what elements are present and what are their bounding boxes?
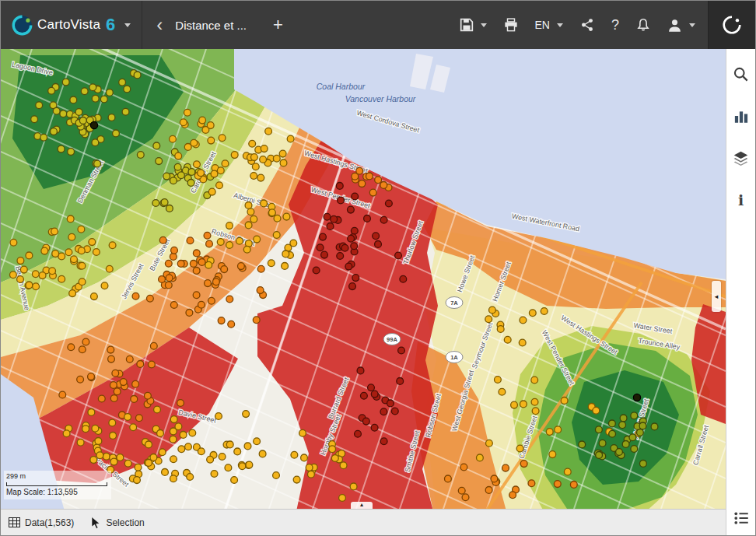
data-table-button[interactable]: Data(1,563) [9,517,74,528]
top-bar: CartoVista 6 ‹ Distance et ... + [1,1,755,49]
map-scale-box: 299 m Map Scale: 1:13,595 [4,471,111,499]
share-icon [580,18,594,32]
charts-button[interactable] [732,107,751,125]
info-icon: i [738,191,744,208]
chevron-down-icon [689,23,695,27]
selection-label: Selection [106,517,144,528]
search-button[interactable] [732,65,751,83]
print-button[interactable] [504,18,518,32]
help-button[interactable]: ? [611,17,619,33]
highway-shield-label: 99A [387,336,397,343]
legend-button[interactable] [732,509,751,527]
chevron-down-icon[interactable] [124,23,131,27]
bar-chart-icon [733,108,749,124]
cartovista-logo-icon [12,15,33,36]
save-button[interactable] [460,18,487,32]
user-menu[interactable] [667,18,695,33]
language-selector[interactable]: EN [535,19,563,31]
highway-shield-label: 1A [450,354,458,361]
search-icon [733,66,749,82]
cursor-pointer-icon [91,517,101,529]
selection-button[interactable]: Selection [91,517,144,529]
highway-shield-label: 7A [450,300,458,307]
language-label: EN [535,19,550,31]
collapse-right-panel-handle[interactable]: ◂ [712,281,721,312]
cartovista-mark-button[interactable] [708,1,755,49]
chevron-down-icon [557,23,563,27]
header-toolbar: EN ? [460,17,708,33]
right-toolbar: i [726,49,755,535]
map-svg[interactable]: Coal HarbourVancouver HarbourLagoon Driv… [1,49,726,509]
cartovista-crescent-icon [722,15,742,35]
legend-list-icon [733,510,749,526]
app-version: 6 [106,15,115,35]
app-name: CartoVista [37,17,100,33]
water-label: Coal Harbour [317,82,366,91]
info-button[interactable]: i [732,191,751,209]
add-map-button[interactable]: + [273,16,283,33]
chevron-down-icon [481,23,487,27]
notifications-button[interactable] [636,18,650,32]
layers-button[interactable] [732,149,751,167]
back-chevron[interactable]: ‹ [156,16,163,34]
printer-icon [504,18,518,32]
share-button[interactable] [580,18,594,32]
scale-distance: 299 m [6,472,107,481]
map-scale-label: Map Scale: 1:13,595 [6,488,107,498]
active-map-tab[interactable]: Distance et ... [175,19,247,32]
water-label: Vancouver Harbour [345,94,416,103]
status-bar: Data(1,563) Selection [1,509,726,535]
layers-icon [733,150,749,166]
app-logo[interactable]: CartoVista 6 [1,1,142,49]
scale-ruler [6,482,107,486]
data-count-label: Data(1,563) [25,517,74,528]
person-icon [667,18,682,33]
collapse-bottom-panel-handle[interactable]: ▴ [351,502,373,509]
table-grid-icon [9,517,20,527]
cartovista-app: CartoVista 6 ‹ Distance et ... + [0,0,756,536]
bell-icon [636,18,650,32]
save-icon [460,18,474,32]
map-canvas[interactable]: Coal HarbourVancouver HarbourLagoon Driv… [1,49,726,509]
